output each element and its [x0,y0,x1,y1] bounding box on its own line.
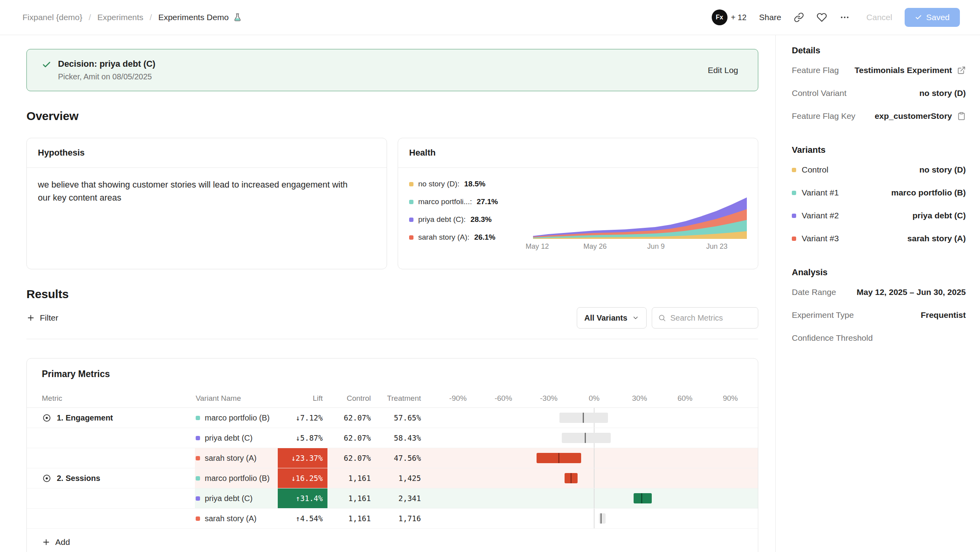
share-button[interactable]: Share [759,13,781,22]
legend-label: no story (D): [418,180,460,188]
external-link-icon[interactable] [957,66,966,75]
search-metrics-input[interactable] [670,314,752,323]
edit-log-button[interactable]: Edit Log [708,66,738,75]
variant-name: priya debt (C) [205,434,252,443]
control-value: 62.07% [327,408,375,428]
breadcrumb-item[interactable]: Experiments [97,13,144,22]
treatment-value: 57.65% [375,408,425,428]
table-row: sarah story (A)↑4.54%1,1611,716 [27,509,758,529]
table-row: sarah story (A)↓23.37%62.07%47.56% [27,448,758,468]
check-icon [42,60,51,69]
variant-color-dot [196,436,200,440]
variant-name: marco portfolio (B) [205,413,270,422]
table-row: priya debt (C)↓5.87%62.07%58.43% [27,428,758,448]
treatment-value: 2,341 [375,488,425,508]
breadcrumb-item: Experiments Demo [158,13,242,22]
variant-cell: priya debt (C) [195,428,278,448]
variants-filter-dropdown[interactable]: All Variants [577,307,647,329]
analysis-heading: Analysis [792,267,966,278]
ci-bar [634,493,652,503]
detail-value-wrap: no story (D) [919,88,966,98]
detail-label: Date Range [792,287,836,297]
breadcrumb-item[interactable]: Fixpanel {demo} [22,13,82,22]
control-value: 1,161 [327,488,375,508]
ci-mean-tick [570,473,572,483]
more-options-icon[interactable] [840,12,850,23]
ci-bar [562,433,611,443]
ci-mean-tick [558,453,559,463]
detail-value: Frequentist [921,310,966,320]
topbar: Fixpanel {demo}/Experiments/Experiments … [0,0,980,35]
x-axis-label: Jun 9 [647,242,665,251]
table-row: priya debt (C)↑31.4%1,1612,341 [27,488,758,509]
ci-mean-tick [641,493,642,503]
lift-cell: ↑4.54% [278,509,327,528]
health-legend: no story (D):18.5%marco portfoli...:27.1… [409,180,519,252]
variant-row-label: Control [792,165,829,175]
collaborators[interactable]: Fx + 12 [712,9,746,25]
decision-banner: Decision: priya debt (C) Picker, Amit on… [26,49,758,91]
saved-button[interactable]: Saved [905,8,960,27]
add-metric-button[interactable]: Add [42,537,70,547]
plus-icon [26,314,35,322]
variant-row: Controlno story (D) [792,158,966,181]
variant-row-name: Control [802,165,829,175]
variant-color-dot [196,516,200,521]
hypothesis-card: Hypothesis we believe that showing custo… [26,138,387,269]
variants-heading: Variants [792,145,966,155]
content: Decision: priya debt (C) Picker, Amit on… [0,35,980,552]
filter-button[interactable]: Filter [26,313,58,323]
favorite-icon[interactable] [817,12,827,23]
analysis-row: Confidence Threshold [792,327,966,349]
axis-tick-label: 0% [589,394,599,403]
variant-color-dot [792,191,796,195]
axis-tick-label: -60% [495,394,512,403]
decision-subtitle: Picker, Amit on 08/05/2025 [58,72,708,81]
decision-banner-text: Decision: priya debt (C) Picker, Amit on… [58,59,708,81]
x-axis-label: May 12 [526,242,549,251]
results-toolbar-right: All Variants [577,307,758,329]
variant-name: priya debt (C) [205,494,252,503]
confidence-interval-cell [425,448,758,468]
metric-cell[interactable]: 2. Sessions [27,468,195,488]
table-row: 1. Engagementmarco portfolio (B)↓7.12%62… [27,408,758,428]
x-axis-label: May 26 [584,242,607,251]
copy-link-icon[interactable] [794,12,804,23]
axis-tick-label: 60% [677,394,692,403]
metrics-table-body: 1. Engagementmarco portfolio (B)↓7.12%62… [27,408,758,529]
treatment-value: 1,716 [375,509,425,528]
zero-line [594,509,595,528]
variant-color-dot [196,416,200,420]
search-icon [658,314,666,322]
hypothesis-text: we believe that showing customer stories… [27,168,387,214]
variant-cell: marco portfolio (B) [195,468,278,488]
ci-bar [599,513,606,524]
treatment-value: 58.43% [375,428,425,448]
control-value: 1,161 [327,468,375,488]
metric-cell[interactable]: 1. Engagement [27,408,195,428]
control-value: 1,161 [327,509,375,528]
topbar-actions: Fx + 12 Share Cancel Saved [712,8,960,27]
detail-value: no story (D) [919,88,966,98]
check-icon [915,14,922,21]
avatar[interactable]: Fx [712,9,728,25]
clipboard-icon[interactable] [957,112,966,120]
variant-cell: priya debt (C) [195,488,278,508]
hypothesis-title: Hypothesis [27,138,387,168]
experiments-page: Fixpanel {demo}/Experiments/Experiments … [0,0,980,552]
treatment-value: 47.56% [375,448,425,468]
lift-cell: ↓23.37% [278,448,327,468]
health-card: Health no story (D):18.5%marco portfoli.… [398,138,758,269]
detail-label: Feature Flag Key [792,111,855,121]
variant-row-value: marco portfolio (B) [891,188,966,197]
cancel-button[interactable]: Cancel [866,13,892,22]
main-content: Decision: priya debt (C) Picker, Amit on… [0,35,775,552]
health-chart: May 12May 26Jun 9Jun 23 [533,180,747,252]
variant-row-name: Variant #2 [802,211,839,220]
detail-value-wrap: exp_customerStory [875,111,966,121]
overview-cards: Hypothesis we believe that showing custo… [26,138,758,269]
metric-name: 2. Sessions [57,474,100,483]
col-metric: Metric [27,389,195,407]
legend-label: priya debt (C): [418,215,466,224]
lift-cell: ↓16.25% [278,468,327,488]
